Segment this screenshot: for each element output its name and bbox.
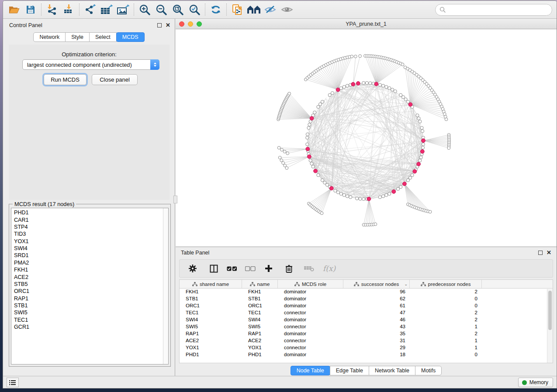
select-all-button[interactable] (225, 262, 239, 275)
mcds-hub-node[interactable] (413, 169, 417, 173)
ring-node[interactable] (359, 197, 362, 200)
table-row-YOX1[interactable]: YOX1YOX1connector291 (180, 344, 553, 351)
function-builder-button[interactable]: f(x) (323, 264, 336, 273)
cell-successor-nodes[interactable]: 29 (343, 344, 410, 351)
ring-node[interactable] (310, 162, 313, 165)
cell-MCDS-role[interactable]: dominator (278, 303, 343, 309)
cell-shared-name[interactable]: YOX1 (180, 344, 242, 351)
ring-node[interactable] (313, 111, 316, 114)
mcds-result-item[interactable]: PHD1 (11, 209, 163, 216)
ring-node[interactable] (307, 126, 310, 129)
leaf-node[interactable] (277, 146, 280, 149)
cell-name[interactable]: ACE2 (242, 337, 278, 344)
mcds-result-item[interactable]: FKH1 (11, 266, 163, 273)
mcds-hub-node[interactable] (408, 103, 412, 107)
mcds-hub-node[interactable] (310, 117, 314, 120)
ring-node[interactable] (309, 159, 312, 162)
cell-successor-nodes[interactable]: 96 (343, 289, 410, 296)
cell-predecessor-nodes[interactable]: 1 (410, 337, 482, 344)
cell-MCDS-role[interactable]: dominator (278, 330, 343, 337)
close-table-panel-icon[interactable]: ✕ (547, 251, 551, 255)
close-panel-icon[interactable]: ✕ (166, 23, 170, 28)
vertical-splitter-grip[interactable] (173, 196, 177, 203)
mcds-hub-node[interactable] (308, 155, 311, 158)
mcds-hub-node[interactable] (422, 139, 426, 143)
mcds-hub-node[interactable] (336, 88, 340, 92)
mcds-result-item[interactable]: ACE2 (11, 273, 163, 280)
table-tab-node-table[interactable]: Node Table (291, 366, 330, 375)
table-scrollbar-thumb[interactable] (548, 291, 552, 330)
cell-shared-name[interactable]: STB1 (180, 296, 242, 303)
cell-shared-name[interactable]: TEC1 (180, 309, 242, 316)
mcds-hub-node[interactable] (374, 82, 378, 86)
cell-predecessor-nodes[interactable]: 0 (410, 351, 482, 358)
column-header-successor-nodes[interactable]: successor nodes⌄ (343, 280, 410, 288)
cell-successor-nodes[interactable]: 46 (343, 316, 410, 323)
mcds-result-item[interactable]: GCR1 (11, 323, 163, 330)
tab-mcds[interactable]: MCDS (116, 32, 145, 42)
ring-node[interactable] (382, 195, 385, 198)
mcds-hub-node[interactable] (403, 182, 407, 186)
optimization-criterion-select[interactable]: largest connected component (undirected) (22, 59, 159, 70)
cell-MCDS-role[interactable]: connector (278, 337, 343, 344)
ring-node[interactable] (362, 82, 365, 85)
table-tab-network-table[interactable]: Network Table (369, 366, 415, 375)
cell-shared-name[interactable]: ORC1 (180, 303, 242, 309)
ring-node[interactable] (317, 105, 320, 108)
leaf-node[interactable] (374, 223, 377, 226)
cell-predecessor-nodes[interactable]: 0 (410, 303, 482, 309)
ring-node[interactable] (349, 196, 352, 199)
leaf-node[interactable] (354, 55, 357, 58)
cell-successor-nodes[interactable]: 62 (343, 296, 410, 303)
ring-node[interactable] (419, 156, 422, 159)
mcds-result-item[interactable]: SWI5 (11, 309, 163, 316)
table-row-PHD1[interactable]: PHD1PHD1dominator180 (180, 351, 553, 358)
cell-MCDS-role[interactable]: dominator (278, 296, 343, 303)
table-row-SWI4[interactable]: SWI4SWI4dominator462 (180, 316, 553, 323)
mcds-hub-node[interactable] (314, 169, 318, 173)
ring-node[interactable] (399, 186, 402, 189)
ring-node[interactable] (385, 86, 388, 89)
mcds-result-item[interactable]: SRD1 (11, 252, 163, 259)
ring-node[interactable] (362, 197, 365, 200)
network-view[interactable] (176, 29, 555, 246)
mcds-hub-node[interactable] (351, 83, 355, 86)
cell-predecessor-nodes[interactable]: 2 (410, 316, 482, 323)
leaf-node[interactable] (288, 92, 291, 95)
ring-node[interactable] (343, 193, 346, 196)
mcds-result-item[interactable]: STP4 (11, 224, 163, 230)
network-window-titlebar[interactable]: YPA_prune.txt_1 (176, 19, 557, 29)
zoom-selected-button[interactable] (186, 3, 203, 17)
ring-node[interactable] (339, 192, 343, 195)
mcds-result-item[interactable]: PMA2 (11, 259, 163, 266)
ring-node[interactable] (422, 143, 425, 146)
tab-network[interactable]: Network (33, 32, 66, 42)
cell-name[interactable]: SWI4 (242, 316, 278, 323)
open-session-button[interactable] (6, 3, 22, 17)
leaf-node[interactable] (320, 212, 323, 215)
leaf-node[interactable] (447, 147, 450, 150)
first-neighbors-button[interactable] (246, 3, 262, 17)
table-row-FKH1[interactable]: FKH1FKH1dominator962 (180, 289, 553, 296)
leaf-node[interactable] (429, 210, 432, 213)
ring-node[interactable] (420, 126, 423, 129)
cell-successor-nodes[interactable]: 47 (343, 309, 410, 316)
cell-name[interactable]: STB1 (242, 296, 278, 303)
run-mcds-button[interactable]: Run MCDS (44, 74, 86, 85)
cell-shared-name[interactable]: ACE2 (180, 337, 242, 344)
close-panel-button[interactable]: Close panel (92, 74, 138, 85)
leaf-node[interactable] (278, 156, 281, 159)
mcds-hub-node[interactable] (367, 197, 371, 201)
ring-node[interactable] (328, 93, 331, 96)
mcds-result-item[interactable]: TEC1 (11, 316, 163, 323)
ring-node[interactable] (336, 191, 339, 194)
float-panel-icon[interactable] (157, 23, 162, 28)
add-column-button[interactable] (262, 262, 276, 275)
cell-MCDS-role[interactable]: dominator (278, 316, 343, 323)
mcds-result-item[interactable]: CAR1 (11, 216, 163, 223)
table-row-ORC1[interactable]: ORC1ORC1dominator610 (180, 303, 553, 309)
cell-predecessor-nodes[interactable]: 2 (410, 309, 482, 316)
ring-node[interactable] (419, 120, 422, 123)
column-header-shared-name[interactable]: shared name (180, 280, 242, 288)
leaf-node[interactable] (280, 148, 284, 151)
